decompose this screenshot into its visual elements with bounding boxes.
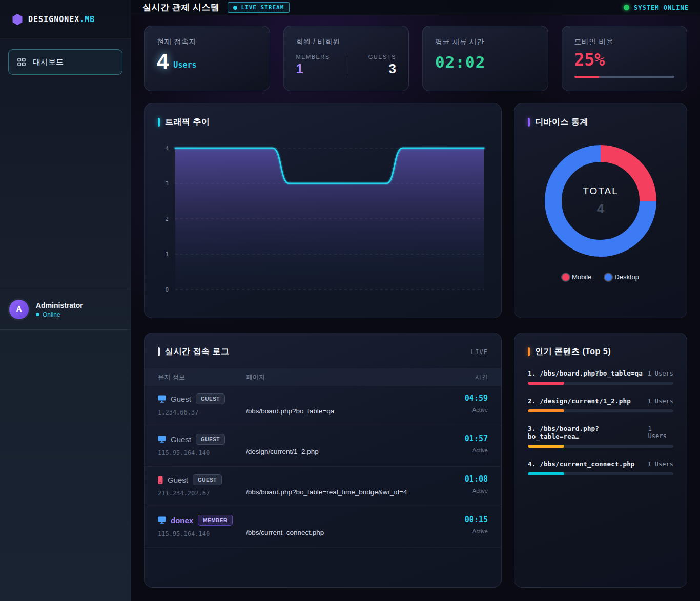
mobile-legend-dot-icon: [562, 274, 569, 281]
log-page-cell: /bbs/current_connect.php: [246, 515, 447, 547]
user-status: Online: [36, 311, 83, 318]
device-panel-header: 디바이스 통계: [514, 103, 687, 128]
traffic-panel-header: 트래픽 추이: [145, 103, 501, 128]
current-users-unit: Users: [173, 60, 196, 72]
log-time: 04:59: [447, 393, 488, 403]
access-log-panel: 실시간 접속 로그 LIVE 유저 정보 페이지 시간: [144, 333, 502, 588]
brand-name: DESIGNONEX.MB: [28, 15, 95, 24]
main-area: 실시간 관제 시스템 LIVE STREAM SYSTEM ONLINE 현재 …: [131, 0, 700, 601]
log-status: Active: [447, 447, 488, 453]
donut-total-value: 4: [597, 201, 604, 217]
log-user-ip: 1.234.66.37: [158, 409, 246, 416]
popular-bar-fill: [528, 472, 564, 475]
system-status: SYSTEM ONLINE: [624, 4, 689, 11]
popular-list: 1. /bbs/board.php?bo_table=qa 1 Users 2.…: [514, 357, 687, 475]
log-status: Active: [447, 488, 488, 494]
popular-title: 인기 콘텐츠 (Top 5): [535, 346, 611, 357]
popular-path: 2. /design/current/1_2.php: [528, 397, 631, 405]
mobile-phone-icon: [158, 476, 163, 484]
log-user-name: Guest: [171, 395, 191, 403]
donut-legend: Mobile Desktop: [514, 273, 687, 281]
panels-grid: 트래픽 추이 43210: [144, 103, 687, 588]
log-status: Active: [447, 407, 488, 413]
log-user-cell: Guest GUEST 115.95.164.140: [158, 434, 246, 466]
column-time: 시간: [447, 373, 488, 382]
log-user-cell: donex MEMBER 115.95.164.140: [158, 515, 246, 547]
desktop-icon: [158, 436, 166, 443]
stat-card-members-guests: 회원 / 비회원 MEMBERS 1 GUESTS 3: [283, 26, 409, 91]
divider: [346, 55, 346, 76]
mobile-ratio-track: [574, 76, 675, 78]
popular-path: 4. /bbs/current_connect.php: [528, 460, 635, 468]
popular-bar-track: [528, 445, 673, 448]
log-time-cell: 01:57 Active: [447, 434, 488, 466]
log-user-ip: 211.234.202.67: [158, 490, 246, 497]
popular-bar-track: [528, 409, 673, 412]
device-title: 디바이스 통계: [535, 117, 588, 128]
log-time: 01:08: [447, 474, 488, 484]
traffic-title: 트래픽 추이: [165, 117, 210, 128]
user-status-label: Online: [43, 311, 60, 318]
stat-card-avg-time: 평균 체류 시간 02:02: [422, 26, 548, 91]
log-user-ip: 115.95.164.140: [158, 449, 246, 457]
column-page: 페이지: [246, 373, 447, 382]
log-status: Active: [447, 528, 488, 534]
sidebar-item-dashboard[interactable]: 대시보드: [8, 49, 122, 75]
desktop-icon: [158, 516, 166, 524]
popular-bar-fill: [528, 409, 564, 412]
log-user-name: donex: [171, 516, 193, 525]
page-title: 실시간 관제 시스템: [142, 2, 219, 13]
stat-label: 모바일 비율: [574, 37, 675, 47]
popular-users: 1 Users: [647, 398, 673, 405]
guest-badge: GUEST: [196, 393, 225, 404]
popular-bar-fill: [528, 382, 564, 385]
stat-label: 평균 체류 시간: [435, 37, 536, 47]
stats-row: 현재 접속자 4 Users 회원 / 비회원 MEMBERS 1: [144, 26, 687, 91]
popular-item: 2. /design/current/1_2.php 1 Users: [528, 397, 673, 412]
log-user-ip: 115.95.164.140: [158, 530, 246, 537]
sidebar-user-profile[interactable]: A Administrator Online: [0, 289, 131, 330]
guest-badge: GUEST: [193, 474, 222, 485]
content: 현재 접속자 4 Users 회원 / 비회원 MEMBERS 1: [131, 15, 700, 588]
log-table-header: 유저 정보 페이지 시간: [145, 368, 501, 386]
sidebar-item-label: 대시보드: [33, 57, 64, 67]
log-user-name: Guest: [171, 435, 191, 444]
popular-path: 1. /bbs/board.php?bo_table=qa: [528, 369, 643, 377]
hexagon-logo-icon: [12, 14, 23, 25]
log-row: Guest GUEST 211.234.202.67 /bbs/board.ph…: [145, 467, 501, 507]
device-panel: 디바이스 통계 TOTAL 4 Mobile: [514, 103, 687, 318]
desktop-icon: [158, 395, 166, 403]
log-time-cell: 01:08 Active: [447, 474, 488, 507]
accent-bar-icon: [528, 347, 530, 356]
guests-col: GUESTS 3: [349, 54, 396, 75]
legend-label: Desktop: [614, 273, 639, 281]
stat-label: 회원 / 비회원: [296, 37, 397, 47]
log-user-cell: Guest GUEST 211.234.202.67: [158, 474, 246, 507]
live-stream-label: LIVE STREAM: [241, 4, 284, 11]
device-donut-chart: TOTAL 4: [541, 141, 661, 261]
log-page-cell: /design/current/1_2.php: [246, 434, 447, 466]
stat-card-mobile-ratio: 모바일 비율 25%: [562, 26, 688, 91]
brand-logo: DESIGNONEX.MB: [0, 0, 131, 39]
log-user-name: Guest: [168, 475, 188, 484]
popular-users: 1 Users: [648, 425, 673, 440]
svg-text:3: 3: [165, 180, 169, 187]
log-title: 실시간 접속 로그: [165, 346, 229, 357]
system-online-dot-icon: [624, 5, 629, 10]
donut-center: TOTAL 4: [541, 141, 661, 261]
legend-label: Mobile: [572, 273, 591, 281]
traffic-line-chart: 43210: [151, 142, 490, 296]
svg-text:0: 0: [165, 286, 169, 293]
desktop-legend-dot-icon: [605, 274, 612, 281]
popular-bar-track: [528, 472, 673, 475]
log-panel-header: 실시간 접속 로그 LIVE: [145, 333, 501, 357]
grid-icon: [17, 58, 26, 66]
mobile-ratio-value: 25%: [574, 50, 675, 70]
log-time: 01:57: [447, 434, 488, 443]
stat-value-row: 4 Users: [157, 51, 257, 72]
popular-content-panel: 인기 콘텐츠 (Top 5) 1. /bbs/board.php?bo_tabl…: [514, 333, 687, 588]
log-time-cell: 04:59 Active: [447, 393, 488, 426]
popular-item: 1. /bbs/board.php?bo_table=qa 1 Users: [528, 369, 673, 385]
traffic-panel: 트래픽 추이 43210: [144, 103, 502, 318]
online-dot-icon: [36, 313, 39, 316]
